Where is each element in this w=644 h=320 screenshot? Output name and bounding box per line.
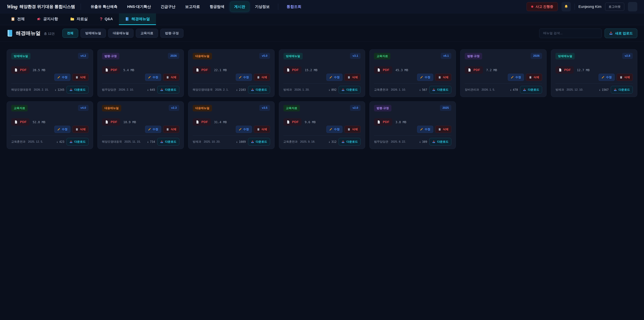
tab-label: 자료실 [77,17,88,22]
filter-chip-law[interactable]: 법령·규정 [160,29,184,38]
edit-button[interactable]: 수정 [54,126,70,133]
nav-item-weather[interactable]: 기상정보 [251,2,274,12]
tab-coastguard-manuals[interactable]: 해경매뉴얼 [119,14,156,25]
download-button[interactable]: 다운로드 [520,86,542,94]
filter-chip-response-manual[interactable]: 대응매뉴얼 [108,29,134,38]
download-button[interactable]: 다운로드 [157,86,179,94]
down-arrow-icon: ↓ [328,88,330,92]
nav-item-oil-spill-prediction[interactable]: 유출유 확산예측 [86,2,122,12]
version-badge: 2025 [440,105,451,111]
card-badges-row: 법령·규정 2026 [465,53,542,59]
delete-button[interactable]: 삭제 [254,126,270,133]
delete-button[interactable]: 삭제 [344,126,360,133]
download-tray-icon [432,88,435,91]
file-chip: PDF [102,118,120,126]
upload-date: 2025. 9. 18. [300,140,315,143]
manual-title: 해양환경관리법 시행규칙 (방제 관련) [102,63,179,63]
edit-button[interactable]: 수정 [145,126,161,133]
notifications-button[interactable] [562,2,571,12]
file-row: PDF 28.5 MB [11,66,88,74]
delete-button[interactable]: 삭제 [435,126,451,133]
app-title: 해양환경 위기대응 통합시스템 [20,4,75,10]
edit-button[interactable]: 수정 [417,74,433,81]
delete-button[interactable]: 삭제 [344,74,360,81]
category-badge: 대응매뉴얼 [193,105,212,111]
nav-item-board[interactable]: 게시판 [230,2,249,12]
edit-button[interactable]: 수정 [145,74,161,81]
download-button[interactable]: 다운로드 [429,86,451,94]
download-button[interactable]: 다운로드 [248,86,270,94]
delete-button[interactable]: 삭제 [254,74,270,81]
download-button[interactable]: 다운로드 [248,138,270,145]
download-button[interactable]: 다운로드 [338,138,360,145]
file-chip: PDF [465,66,483,74]
manual-card: 교육자료 v4.0 방제요원 교육훈련 교재 (심화과정) PDF 52.8 M… [7,101,93,149]
nav-item-reports[interactable]: 보고자료 [181,2,204,12]
edit-button[interactable]: 수정 [236,126,252,133]
edit-button[interactable]: 수정 [236,74,252,81]
edit-button[interactable]: 수정 [417,126,433,133]
incident-status-badge: 사고 진행중 [526,2,558,11]
nav-item-aerial-search[interactable]: 항공탐색 [206,2,228,12]
delete-button[interactable]: 삭제 [163,126,179,133]
download-count-value: 1567 [602,88,608,92]
manual-title: 해양오염 방제자원 운용 지침서 [284,63,361,63]
file-size: 3.8 MB [396,120,406,124]
department: 교육훈련과 [284,140,298,144]
logout-button[interactable]: 로그아웃 [605,3,624,11]
filter-chip-all[interactable]: 전체 [62,29,78,38]
manual-card: 대응매뉴얼 v2.3 HNS 해양사고 대응 가이드라인 PDF 18.9 MB… [98,101,184,149]
upload-date: 2025. 12. 10. [566,88,583,92]
nav-item-emergency-rescue[interactable]: 긴급구난 [157,2,180,12]
main-nav: 유출유 확산예측 HNS·대기확산 긴급구난 보고자료 항공탐색 게시판 기상정… [86,2,306,12]
upload-date: 2026. 1. 5. [482,88,495,92]
delete-button[interactable]: 삭제 [72,126,88,133]
tab-qna[interactable]: ? Q&A [94,14,119,25]
edit-button[interactable]: 수정 [508,74,524,81]
filter-chip-education[interactable]: 교육자료 [136,29,158,38]
edit-label: 수정 [243,127,249,131]
download-count-value: 389 [422,140,427,143]
edit-button[interactable]: 수정 [598,74,615,81]
file-chip: PDF [11,118,30,126]
tab-archive[interactable]: 자료실 [64,14,94,25]
document-icon [558,68,562,72]
folder-icon [70,17,74,21]
download-button[interactable]: 다운로드 [157,138,179,145]
tab-notices[interactable]: 공지사항 [31,14,64,25]
card-actions: 수정 삭제 [284,74,361,81]
navbar-right: 사고 진행중 Eunjeong Kim 로그아웃 [526,2,637,12]
card-footer: 해양오염대응국 2025. 11. 15. ↓ 734 다운로드 [102,135,179,145]
edit-button[interactable]: 수정 [54,74,70,81]
download-button[interactable]: 다운로드 [611,86,633,94]
edit-button[interactable]: 수정 [326,126,342,133]
delete-button[interactable]: 삭제 [163,74,179,81]
file-chip: PDF [284,66,302,74]
nav-item-hns-diffusion[interactable]: HNS·대기확산 [123,2,155,12]
board-tabbar: 전체 공지사항 자료실 ? Q&A 해경매뉴얼 [0,14,644,25]
download-button[interactable]: 다운로드 [66,138,88,145]
version-badge: v3.1 [350,53,360,59]
upload-date: 2026. 1. 10. [391,88,406,92]
delete-button[interactable]: 삭제 [617,74,633,81]
delete-button[interactable]: 삭제 [526,74,542,81]
delete-button[interactable]: 삭제 [72,74,88,81]
edit-button[interactable]: 수정 [326,74,342,81]
download-button[interactable]: 다운로드 [429,138,451,145]
document-icon [105,68,108,72]
new-upload-button[interactable]: 새로 업로드 [604,29,637,38]
download-button[interactable]: 다운로드 [338,86,360,94]
trash-icon [166,128,169,131]
manual-search-input[interactable] [539,29,602,38]
download-button[interactable]: 다운로드 [66,86,88,94]
delete-label: 삭제 [534,75,539,79]
nav-item-integrated-search[interactable]: 통합조회 [282,2,306,12]
delete-label: 삭제 [262,75,267,79]
tab-all[interactable]: 전체 [5,14,31,25]
card-badges-row: 방제매뉴얼 v4.2 [11,53,88,59]
file-row: PDF 31.4 MB [193,118,270,126]
trash-icon [529,76,532,79]
hamburger-menu-button[interactable] [628,2,637,12]
delete-button[interactable]: 삭제 [435,74,451,81]
filter-chip-control-manual[interactable]: 방제매뉴얼 [80,29,106,38]
